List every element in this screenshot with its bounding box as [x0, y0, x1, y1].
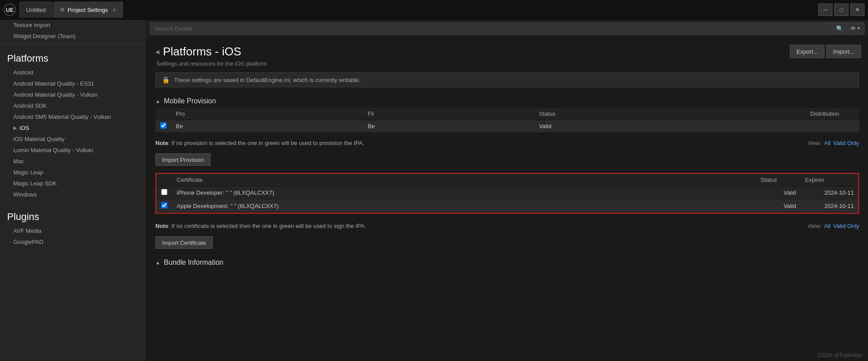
cert-row1-checkbox[interactable]	[161, 189, 167, 195]
sidebar-item-android[interactable]: Android	[0, 67, 146, 78]
sidebar-divider	[0, 43, 146, 44]
eye-dropdown-icon: ▼	[857, 26, 861, 31]
provision-view-all[interactable]: All	[824, 140, 830, 146]
import-certificate-button[interactable]: Import Certificate	[155, 236, 213, 249]
provision-note-body: : If no provision is selected the one in…	[168, 140, 364, 146]
sidebar-item-avf-media[interactable]: AVF Media	[0, 225, 146, 236]
tab-project-settings-label: Project Settings	[67, 7, 108, 13]
provision-table: Pro Fil Status Distribution Be Be	[155, 108, 859, 133]
import-provision-button[interactable]: Import Provision	[155, 153, 210, 166]
sidebar-item-magic-leap-sdk[interactable]: Magic Leap SDK	[0, 178, 146, 189]
provision-row-file: Be	[363, 120, 535, 133]
cert-note-body: : If no certificate is selected then the…	[168, 223, 366, 229]
certificate-table: Certificate Status Expires iPhone Develo…	[156, 174, 858, 213]
sidebar: Texture Import Widget Designer (Team) Pl…	[0, 20, 147, 361]
tab-project-settings[interactable]: ⚙ Project Settings ✕	[53, 2, 123, 18]
cert-col-status: Status	[756, 174, 801, 186]
provision-row-status: Valid	[535, 120, 806, 133]
mobile-provision-section: ▲ Mobile Provision Pro Fil Status Distri…	[155, 94, 859, 166]
cert-row2-name: Apple Development: '' '' (6LXQALCXX7)	[172, 200, 756, 213]
table-row: iPhone Developer: '' '' (6LXQALCXX7) Val…	[156, 186, 858, 200]
provision-view-valid-only[interactable]: Valid Only	[833, 140, 859, 146]
tab-untitled-label: Untitled	[26, 7, 46, 13]
table-row: Be Be Valid	[155, 120, 859, 133]
cert-note-bold: Note	[155, 223, 168, 229]
provision-col-file: Fil	[363, 108, 535, 120]
window-controls: ─ □ ✕	[818, 4, 864, 16]
sidebar-item-android-es31[interactable]: Android Material Quality - ES31	[0, 78, 146, 89]
content-wrapper: 🔍 👁 ▼ Export... Import... ◀ Platforms - …	[147, 20, 868, 361]
eye-button[interactable]: 👁 ▼	[847, 22, 864, 35]
sidebar-item-magic-leap[interactable]: Magic Leap	[0, 167, 146, 178]
search-button[interactable]: 🔍	[833, 22, 847, 35]
section-collapse-icon[interactable]: ◀	[155, 49, 159, 55]
sidebar-item-texture-import[interactable]: Texture Import	[0, 20, 146, 31]
main-layout: Texture Import Widget Designer (Team) Pl…	[0, 20, 868, 361]
sidebar-item-widget-designer[interactable]: Widget Designer (Team)	[0, 31, 146, 42]
ue-logo: UE	[4, 4, 16, 16]
mobile-provision-title-row[interactable]: ▲ Mobile Provision	[155, 94, 859, 108]
sidebar-plugins-header: Plugins	[0, 204, 146, 225]
cert-view-links: View: All Valid Only	[808, 223, 859, 229]
cert-view-valid-only[interactable]: Valid Only	[833, 223, 859, 229]
tab-untitled[interactable]: Untitled	[20, 2, 52, 18]
export-button[interactable]: Export...	[790, 45, 824, 58]
provision-row-checkbox[interactable]	[160, 122, 166, 129]
minimize-button[interactable]: ─	[818, 4, 832, 16]
page-title-row: ◀ Platforms - iOS	[155, 38, 859, 60]
sidebar-item-ios-material[interactable]: iOS Material Quality	[0, 133, 146, 145]
sidebar-divider-2	[0, 202, 146, 202]
provision-col-profile: Pro	[171, 108, 363, 120]
provision-note-text: Note: If no provision is selected the on…	[155, 140, 364, 146]
cert-row2-check-cell[interactable]	[156, 200, 172, 213]
cert-col-check	[156, 174, 172, 186]
cert-col-expires: Expires	[801, 174, 858, 186]
sidebar-item-android-sm5[interactable]: Android SM5 Material Quality - Vulkan	[0, 111, 146, 122]
provision-row-check-cell[interactable]	[155, 120, 171, 133]
lock-icon: 🔒	[162, 76, 170, 83]
provision-note-row: Note: If no provision is selected the on…	[155, 136, 859, 150]
ios-arrow-icon: ▶	[13, 125, 17, 131]
provision-col-status: Status	[535, 108, 806, 120]
sidebar-item-ios[interactable]: ▶ iOS	[0, 122, 146, 133]
provision-col-distribution: Distribution	[806, 108, 859, 120]
search-input[interactable]	[150, 22, 833, 35]
bundle-title: Bundle Information	[164, 259, 223, 267]
provision-view-label: View:	[808, 140, 822, 146]
sidebar-item-lumin[interactable]: Lumin Material Quality - Vulkan	[0, 145, 146, 156]
sidebar-item-android-sdk[interactable]: Android SDK	[0, 100, 146, 111]
cert-row1-name: iPhone Developer: '' '' (6LXQALCXX7)	[172, 186, 756, 200]
cert-view-label: View:	[808, 223, 822, 229]
search-bar: 🔍 👁 ▼	[147, 20, 868, 38]
gear-icon: ⚙	[60, 7, 65, 13]
bundle-information-section: ▲ Bundle Information	[155, 256, 859, 269]
sidebar-item-windows[interactable]: Windows	[0, 189, 146, 200]
sidebar-platforms-header: Platforms	[0, 46, 146, 67]
sidebar-item-googlepad[interactable]: GooglePAD	[0, 236, 146, 247]
cert-row2-checkbox[interactable]	[161, 202, 167, 208]
page-title: Platforms - iOS	[163, 45, 241, 59]
cert-row2-expires: 2024-10-11	[801, 200, 858, 213]
cert-col-name: Certificate	[172, 174, 756, 186]
eye-icon: 👁	[850, 25, 856, 32]
provision-view-links: View: All Valid Only	[808, 140, 859, 146]
svg-text:UE: UE	[6, 7, 14, 13]
watermark: CSDN @FutaAlice	[817, 352, 862, 358]
provision-col-check	[155, 108, 171, 120]
close-button[interactable]: ✕	[850, 4, 864, 16]
tab-close-icon[interactable]: ✕	[112, 7, 116, 13]
cert-row1-check-cell[interactable]	[156, 186, 172, 200]
mobile-provision-title: Mobile Provision	[164, 97, 216, 105]
bundle-title-row[interactable]: ▲ Bundle Information	[155, 256, 859, 269]
certificate-section: Certificate Status Expires iPhone Develo…	[155, 173, 859, 214]
cert-row2-status: Valid	[756, 200, 801, 213]
info-notice-text: These settings are saved in DefaultEngin…	[174, 77, 361, 83]
sidebar-item-mac[interactable]: Mac	[0, 156, 146, 167]
bundle-collapse-icon: ▲	[155, 260, 160, 265]
sidebar-item-android-vulkan[interactable]: Android Material Quality - Vulkan	[0, 89, 146, 100]
import-button[interactable]: Import...	[826, 45, 861, 58]
sidebar-item-ios-label: iOS	[20, 125, 29, 131]
cert-row1-status: Valid	[756, 186, 801, 200]
restore-button[interactable]: □	[834, 4, 848, 16]
cert-view-all[interactable]: All	[824, 223, 830, 229]
